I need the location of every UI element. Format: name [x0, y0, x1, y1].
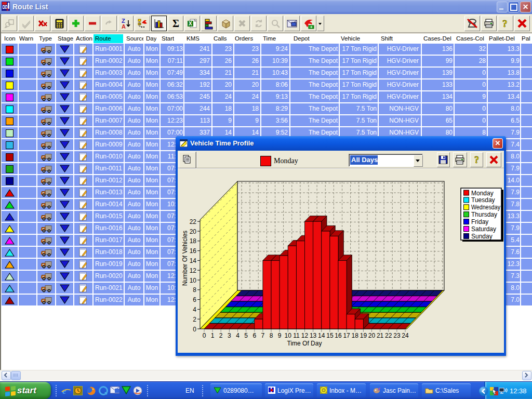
- svg-text:Tuesday: Tuesday: [471, 196, 495, 204]
- svg-text:?: ?: [502, 18, 508, 29]
- svg-text:Wednesday: Wednesday: [471, 204, 500, 211]
- svg-text:20: 20: [368, 332, 376, 339]
- svg-text:16: 16: [190, 247, 197, 255]
- svg-text:Saturday: Saturday: [471, 225, 496, 233]
- svg-text:2: 2: [193, 316, 196, 323]
- svg-text:17: 17: [343, 332, 350, 339]
- svg-text:10: 10: [190, 277, 197, 284]
- svg-text:Σ: Σ: [172, 18, 179, 29]
- svg-text:?: ?: [474, 155, 479, 165]
- svg-text:18: 18: [352, 332, 359, 339]
- svg-text:6: 6: [193, 296, 196, 303]
- svg-text:6: 6: [252, 332, 256, 339]
- svg-text:Monday: Monday: [471, 190, 494, 197]
- svg-text:A: A: [122, 23, 126, 30]
- svg-text:19: 19: [360, 332, 367, 339]
- svg-text:Thursday: Thursday: [471, 211, 497, 218]
- svg-text:22: 22: [190, 218, 197, 225]
- svg-text:14: 14: [190, 257, 197, 264]
- svg-text:8: 8: [193, 286, 196, 294]
- svg-text:22: 22: [385, 332, 392, 339]
- svg-text:7: 7: [261, 332, 265, 339]
- svg-text:4: 4: [236, 332, 240, 339]
- svg-text:5: 5: [6, 8, 8, 11]
- svg-text:20: 20: [190, 228, 197, 235]
- svg-text:5: 5: [244, 332, 248, 339]
- svg-text:1: 1: [211, 332, 215, 339]
- svg-text:Time Of Day: Time Of Day: [287, 340, 322, 347]
- svg-text:9: 9: [278, 332, 282, 339]
- svg-text:2: 2: [219, 332, 223, 339]
- svg-text:21: 21: [377, 332, 384, 339]
- svg-text:15: 15: [326, 332, 334, 339]
- svg-text:23: 23: [393, 332, 401, 339]
- svg-text:Friday: Friday: [471, 218, 488, 225]
- svg-text:14: 14: [318, 332, 325, 339]
- svg-text:11: 11: [293, 332, 300, 339]
- svg-text:13: 13: [310, 332, 317, 339]
- svg-text:3: 3: [228, 332, 231, 339]
- svg-text:8: 8: [270, 332, 273, 339]
- svg-text:18: 18: [190, 237, 197, 245]
- svg-text:0: 0: [193, 326, 196, 333]
- svg-text:16: 16: [335, 332, 342, 339]
- svg-text:0: 0: [203, 332, 206, 339]
- svg-text:Sunday: Sunday: [471, 233, 493, 240]
- svg-text:Number Of Vehicles: Number Of Vehicles: [181, 231, 189, 286]
- svg-text:X: X: [189, 21, 192, 26]
- svg-text:4: 4: [193, 306, 196, 313]
- svg-text:12: 12: [301, 332, 309, 339]
- svg-text:10: 10: [285, 332, 292, 339]
- svg-text:12: 12: [190, 267, 197, 274]
- svg-text:24: 24: [402, 332, 409, 339]
